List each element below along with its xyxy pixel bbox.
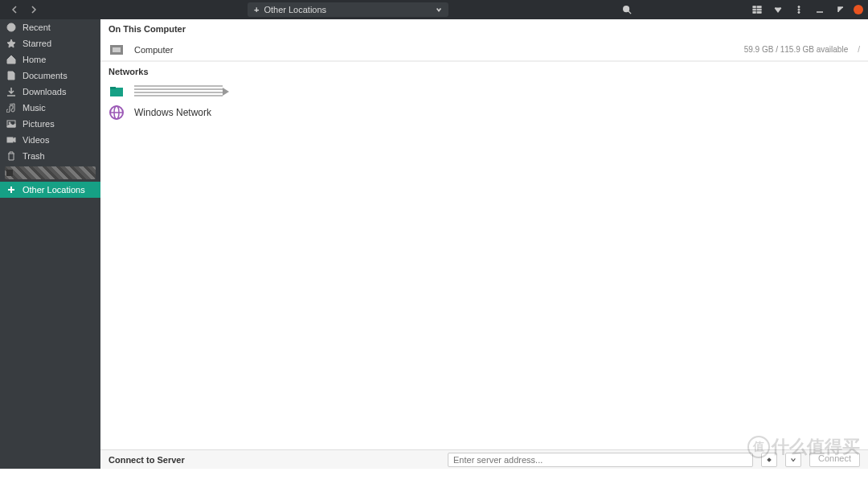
svg-line-1: [628, 11, 631, 14]
sidebar-item-label: Trash: [23, 151, 45, 161]
section-on-this-computer: On This Computer: [100, 19, 868, 39]
mount-point: /: [858, 45, 860, 54]
forward-button[interactable]: [26, 2, 42, 18]
chevron-down-icon: [436, 5, 442, 14]
sidebar-item-trash[interactable]: Trash: [0, 148, 100, 164]
titlebar: + Other Locations: [0, 0, 868, 19]
connect-label: Connect to Server: [108, 455, 185, 465]
sidebar-item-downloads[interactable]: Downloads: [0, 84, 100, 100]
sidebar: Recent Starred Home Documents Downloads …: [0, 19, 100, 469]
windows-network-row[interactable]: Windows Network: [100, 102, 868, 123]
close-button[interactable]: [854, 5, 863, 14]
disk-icon: [108, 42, 125, 58]
sidebar-item-other-locations[interactable]: Other Locations: [0, 182, 100, 198]
network-folder-icon: [108, 84, 125, 100]
location-dropdown[interactable]: + Other Locations: [248, 2, 448, 17]
sidebar-item-home[interactable]: Home: [0, 51, 100, 68]
svg-point-8: [798, 6, 800, 7]
sidebar-mount-loading[interactable]: [5, 166, 96, 179]
sidebar-item-label: Music: [23, 103, 46, 113]
sidebar-item-label: Home: [23, 55, 46, 64]
sidebar-item-label: Videos: [23, 135, 49, 145]
sidebar-item-label: Other Locations: [23, 185, 85, 195]
sidebar-item-label: Pictures: [23, 119, 55, 129]
svg-rect-2: [753, 6, 755, 8]
network-row-loading[interactable]: [100, 81, 868, 102]
computer-label: Computer: [134, 45, 173, 55]
svg-rect-7: [757, 12, 761, 14]
sidebar-item-recent[interactable]: Recent: [0, 19, 100, 35]
sidebar-item-pictures[interactable]: Pictures: [0, 116, 100, 132]
sidebar-item-label: Documents: [23, 71, 68, 80]
picture-icon: [6, 119, 16, 129]
maximize-button[interactable]: [833, 2, 849, 18]
svg-rect-5: [757, 6, 761, 8]
svg-point-10: [798, 11, 800, 13]
connect-to-server-bar: Connect to Server Connect: [100, 449, 868, 469]
document-icon: [6, 71, 16, 80]
svg-rect-23: [767, 457, 772, 462]
svg-point-0: [624, 6, 629, 12]
svg-rect-19: [110, 87, 116, 89]
server-address-input[interactable]: [448, 453, 753, 467]
view-dropdown-button[interactable]: [770, 2, 786, 18]
sidebar-item-videos[interactable]: Videos: [0, 132, 100, 148]
loading-placeholder: [134, 85, 223, 98]
music-icon: [6, 103, 16, 113]
svg-rect-3: [753, 9, 755, 10]
minimize-button[interactable]: [812, 2, 828, 18]
hamburger-menu-button[interactable]: [791, 2, 807, 18]
svg-point-9: [798, 9, 800, 10]
sidebar-item-label: Downloads: [23, 87, 66, 96]
connect-button[interactable]: Connect: [809, 453, 860, 467]
sidebar-item-label: Starred: [23, 39, 51, 48]
location-label: Other Locations: [264, 5, 326, 14]
svg-rect-17: [113, 47, 121, 52]
sidebar-item-documents[interactable]: Documents: [0, 68, 100, 84]
storage-text: 59.9 GB / 115.9 GB available: [744, 45, 849, 54]
section-networks: Networks: [100, 61, 868, 81]
sidebar-item-label: Recent: [23, 23, 51, 32]
windows-network-icon: [108, 105, 125, 121]
computer-row[interactable]: Computer 59.9 GB / 115.9 GB available /: [100, 39, 868, 61]
view-list-button[interactable]: [749, 2, 765, 18]
server-history-button[interactable]: [785, 453, 801, 467]
home-icon: [6, 55, 16, 64]
download-icon: [6, 87, 16, 96]
plus-icon: [6, 185, 16, 195]
sidebar-item-music[interactable]: Music: [0, 100, 100, 116]
star-icon: [6, 39, 16, 48]
clock-icon: [6, 23, 16, 32]
svg-rect-4: [753, 12, 755, 14]
windows-network-label: Windows Network: [134, 107, 211, 118]
back-button[interactable]: [6, 2, 23, 18]
trash-icon: [6, 151, 16, 161]
svg-rect-15: [7, 137, 13, 142]
sidebar-item-starred[interactable]: Starred: [0, 35, 100, 51]
svg-rect-6: [757, 9, 761, 10]
search-button[interactable]: [619, 2, 635, 18]
plus-icon: +: [254, 5, 259, 14]
main-pane: On This Computer Computer 59.9 GB / 115.…: [100, 19, 868, 469]
server-hint-button[interactable]: [761, 453, 777, 467]
video-icon: [6, 135, 16, 145]
